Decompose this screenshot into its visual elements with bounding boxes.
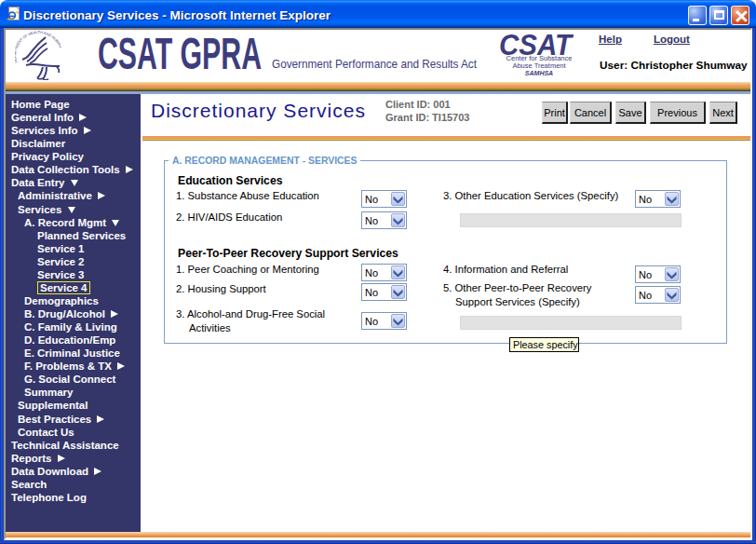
svg-text:Government Performance and Res: Government Performance and Results Act xyxy=(272,57,477,71)
svg-text:SAMHSA: SAMHSA xyxy=(525,70,553,76)
svg-text:CSAT GPRA: CSAT GPRA xyxy=(98,34,262,72)
svg-text:Abuse Treatment: Abuse Treatment xyxy=(512,61,566,70)
